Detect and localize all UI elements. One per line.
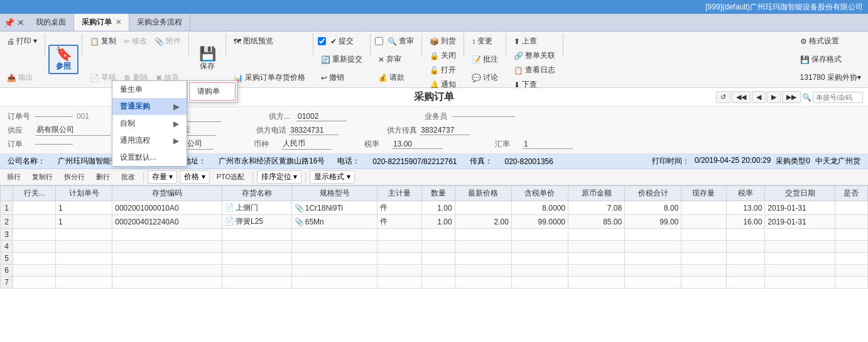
open-button[interactable]: 🔓 打开 [426, 63, 459, 77]
sort-dropdown[interactable]: 排序定位 ▾ [257, 170, 301, 184]
price-dropdown[interactable]: 价格 ▾ [180, 170, 209, 184]
nav-prev[interactable]: ◀ [752, 91, 766, 103]
table-row[interactable]: 210002004012240A0📄弹簧L25📎65Mn件1.002.0099.… [1, 215, 868, 229]
th-unit[interactable]: 主计量 [377, 186, 422, 201]
diagram-button[interactable]: 🗺 图纸预览 [231, 35, 308, 48]
split-row-button[interactable]: 拆分行 [60, 171, 89, 183]
th-item-name[interactable]: 存货名称 [222, 186, 291, 201]
dropdown-item-self[interactable]: 自制 ▶ [112, 115, 187, 132]
attach-icon: 📎 [155, 37, 164, 46]
nav-refresh[interactable]: ↺ [716, 91, 730, 103]
close-button[interactable]: 🔒 关闭 [426, 49, 459, 62]
tab-pin[interactable]: 📌 ✕ [0, 14, 28, 31]
th-flag[interactable]: 是否 [835, 186, 867, 201]
purchase-type2-label: 采购类型0 [776, 156, 810, 167]
th-orig-amount[interactable]: 原币金额 [568, 186, 625, 201]
attach-button[interactable]: 📎 附件 [151, 35, 184, 48]
sub-dropdown-menu: 请购单 [187, 80, 237, 102]
resubmit-button[interactable]: 🔄 重新提交 [318, 53, 366, 66]
th-delivery-date[interactable]: 交货日期 [765, 186, 835, 201]
copy-button[interactable]: 📋 复制 [87, 35, 119, 48]
save-button[interactable]: 💾 保存 [192, 33, 222, 86]
prev-query-button[interactable]: ⬆ 上查 [511, 35, 558, 48]
th-tax-price[interactable]: 含税单价 [511, 186, 568, 201]
th-current-stock[interactable]: 现存量 [681, 186, 726, 201]
table-row[interactable]: 4 [1, 241, 868, 253]
note-button[interactable]: 📝 批注 [469, 53, 501, 66]
discuss-button[interactable]: 💬 讨论 [469, 71, 501, 84]
supplier-fax-label: 供方传真 [387, 125, 417, 136]
order-date-label: 订单 [8, 139, 33, 150]
nav-next[interactable]: ▶ [767, 91, 781, 103]
format-val-button[interactable]: 131780 采购外协▾ [797, 71, 864, 84]
submit-button[interactable]: ✔ 提交 [327, 35, 357, 48]
supplier-fax-value[interactable]: 38324737 [420, 126, 470, 135]
order-no-value[interactable] [35, 116, 73, 117]
table-row[interactable]: 5 [1, 253, 868, 265]
dropdown-item-normal[interactable]: 普通采购 ▶ [112, 98, 187, 115]
modify-button[interactable]: ✏ 修改 [121, 35, 150, 48]
tax-rate-value[interactable]: 13.00 [392, 140, 442, 149]
insert-row-button[interactable]: 插行 [3, 171, 25, 183]
nav-last[interactable]: ▶▶ [782, 91, 801, 103]
dropdown-menu: 量生单 普通采购 ▶ 自制 ▶ 通用流程 ▶ 设置默认... [112, 80, 187, 167]
sub-dropdown-item-request[interactable]: 请购单 [189, 82, 236, 101]
table-row[interactable]: 6 [1, 265, 868, 277]
arrive-button[interactable]: 📦 到货 [426, 35, 459, 48]
nav-first[interactable]: ◀◀ [732, 91, 751, 103]
delete-row-button[interactable]: 删行 [92, 171, 114, 183]
tab-purchase-order[interactable]: 采购订单 ✕ [74, 14, 129, 31]
th-plan-no[interactable]: 计划单号 [56, 186, 112, 201]
note-icon: 📝 [472, 55, 481, 64]
tab-desktop[interactable]: 我的桌面 [28, 14, 74, 31]
review-checkbox[interactable] [375, 37, 383, 45]
supplier-name-value[interactable]: 易有限公司 [35, 124, 111, 136]
th-item-code[interactable]: 存货编码 [112, 186, 222, 201]
th-latest-price[interactable]: 最新价格 [455, 186, 511, 201]
stock-price-button[interactable]: 📊 采购订单存货价格 [231, 71, 308, 84]
abandon2-button[interactable]: ✕ 弃审 [375, 53, 417, 66]
table-row[interactable]: 7 [1, 277, 868, 289]
order-date-value[interactable] [35, 144, 73, 145]
change-button[interactable]: ↕ 变更 [469, 35, 501, 48]
supplier-value[interactable]: 01002 [296, 112, 347, 121]
cancel-button[interactable]: ↩ 撤销 [318, 71, 366, 84]
format-set-button[interactable]: ⚙ 格式设置 [797, 35, 864, 48]
review-button[interactable]: 🔍 查审 [384, 35, 417, 48]
copy-row-button[interactable]: 复制行 [28, 171, 57, 183]
ref-button[interactable]: 🔖 参照 [48, 45, 79, 74]
order-no-label: 订单号 [8, 111, 33, 122]
supplier-fax-field: 供方传真 38324737 [387, 125, 487, 136]
tab-purchase-flow[interactable]: 采购业务流程 [129, 14, 190, 31]
th-tax-rate[interactable]: 税率 [726, 186, 765, 201]
submit-checkbox[interactable] [318, 37, 326, 45]
assoc-button[interactable]: 🔗 整单关联 [511, 49, 558, 62]
currency-value[interactable]: 人民币 [281, 138, 332, 150]
print-button[interactable]: 🖨 打印 ▾ [4, 35, 40, 48]
exchange-rate-value[interactable]: 1 [523, 140, 573, 149]
tab-close-purchase-order[interactable]: ✕ [116, 18, 121, 26]
log-button[interactable]: 📋 查看日志 [511, 63, 558, 77]
dropdown-item-bulk[interactable]: 量生单 [112, 81, 187, 98]
diagram-icon: 🗺 [234, 37, 241, 46]
table-container[interactable]: 行关... 计划单号 存货编码 存货名称 规格型号 主计量 数量 最新价格 含税… [0, 185, 868, 342]
pto-button[interactable]: PTO选配 [212, 171, 249, 183]
supplier-phone-value[interactable]: 38324731 [289, 126, 339, 135]
th-tax-total[interactable]: 价税合计 [625, 186, 681, 201]
stock-dropdown[interactable]: 存量 ▾ [148, 170, 177, 184]
save-icon: 💾 [199, 47, 216, 61]
dropdown-item-default[interactable]: 设置默认... [112, 149, 187, 166]
output-button[interactable]: 📤 输出 [4, 71, 40, 84]
th-qty[interactable]: 数量 [422, 186, 455, 201]
biz-person-value[interactable] [452, 116, 515, 117]
dropdown-item-flow[interactable]: 通用流程 ▶ [112, 132, 187, 149]
th-spec[interactable]: 规格型号 [291, 186, 377, 201]
display-dropdown[interactable]: 显示格式 ▾ [310, 170, 354, 184]
save-format-button[interactable]: 💾 保存格式 [797, 53, 864, 66]
doc-search-input[interactable] [813, 92, 863, 103]
table-row[interactable]: 3 [1, 229, 868, 241]
approve-button[interactable]: 批改 [117, 171, 139, 183]
table-row[interactable]: 110002001000010A0📄上侧门📎1Cr18Ni9Ti件1.008.0… [1, 201, 868, 215]
request-button[interactable]: 💰 请款 [375, 71, 417, 84]
th-related[interactable]: 行关... [13, 186, 56, 201]
